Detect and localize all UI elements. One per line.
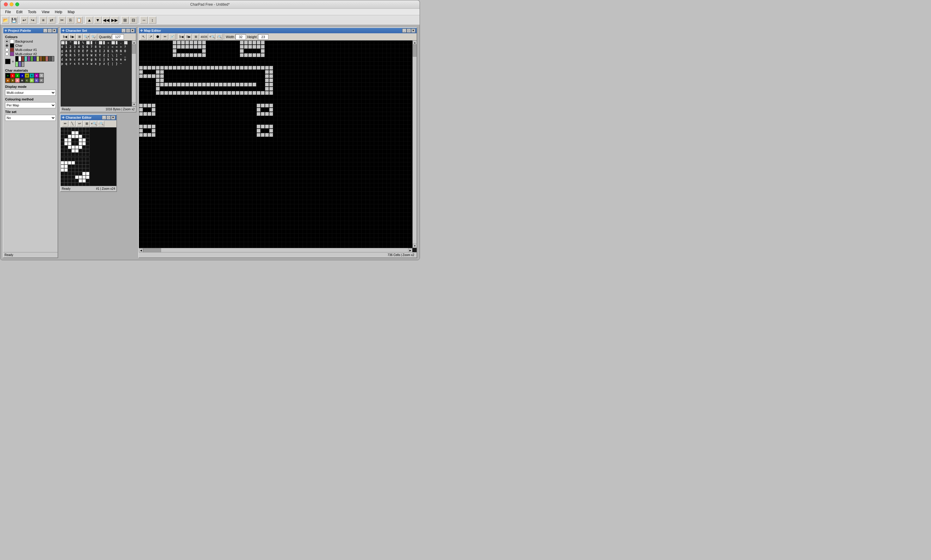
mat-cell[interactable]: 3 xyxy=(20,73,25,78)
scroll-thumb-v[interactable] xyxy=(132,45,136,54)
up-button[interactable]: ▲ xyxy=(85,17,93,24)
map-canvas[interactable] xyxy=(139,40,412,248)
map-draw-tool[interactable]: ✏ xyxy=(162,34,168,40)
ce-zoom-out-tool[interactable]: -🔍 xyxy=(98,121,104,127)
menu-edit[interactable]: Edit xyxy=(14,9,25,15)
char-editor-restore[interactable]: □ xyxy=(106,115,111,120)
menu-tools[interactable]: Tools xyxy=(26,9,39,15)
char-tool-zoom-in[interactable]: 🔍+ xyxy=(83,34,90,40)
map-b-left-tool[interactable]: b◀ xyxy=(178,34,185,40)
map-scroll-up[interactable]: ▲ xyxy=(413,40,417,45)
ce-pencil-tool[interactable]: ✏ xyxy=(62,121,68,127)
list-button[interactable]: ≡ xyxy=(39,17,47,24)
map-b-right-tool[interactable]: b▶ xyxy=(185,34,192,40)
mat-cell[interactable]: 9 xyxy=(10,78,15,83)
map-scroll-right[interactable]: ▶ xyxy=(408,248,412,252)
menu-map[interactable]: Map xyxy=(65,9,77,15)
palette-color-cell[interactable] xyxy=(51,56,54,62)
charset-scrollbar-v[interactable]: ▲ ▼ xyxy=(132,40,136,106)
mirror-v-button[interactable]: ↕ xyxy=(148,17,156,24)
menu-file[interactable]: File xyxy=(3,9,13,15)
ce-undo-tool[interactable]: ↩ xyxy=(76,121,83,127)
map-cursor-tool[interactable]: ↗ xyxy=(147,34,154,40)
grid-button[interactable]: ⊞ xyxy=(121,17,129,24)
char-tool-zoom-out[interactable]: 🔍- xyxy=(91,34,97,40)
palette-color-cell[interactable] xyxy=(27,56,30,62)
cut-button[interactable]: ✂ xyxy=(58,17,66,24)
close-button[interactable] xyxy=(4,2,8,6)
quantity-input[interactable] xyxy=(112,34,124,40)
mirror-h-button[interactable]: ↔ xyxy=(140,17,148,24)
menu-view[interactable]: View xyxy=(39,9,52,15)
char-tool-2[interactable]: b▶ xyxy=(69,34,76,40)
palette-color-cell[interactable] xyxy=(21,62,24,67)
mat-cell[interactable]: B xyxy=(20,78,25,83)
map-size-tool[interactable]: 40/25 xyxy=(200,34,208,40)
palette-color-cell[interactable] xyxy=(42,56,45,62)
width-input[interactable] xyxy=(236,34,246,40)
paste-button[interactable]: 📋 xyxy=(75,17,83,24)
multicolour2-radio[interactable] xyxy=(5,52,9,56)
char-editor-close[interactable]: ✕ xyxy=(111,115,115,120)
display-mode-select[interactable]: Single colour Multi-colour ECM xyxy=(5,90,56,95)
right-skip-button[interactable]: ▶▶ xyxy=(111,17,119,24)
multicolour1-radio[interactable] xyxy=(5,48,9,52)
char-editor-canvas[interactable] xyxy=(60,128,116,186)
map-scroll-thumb-v[interactable] xyxy=(413,45,417,57)
add-color-button[interactable]: + xyxy=(12,59,14,64)
minimize-button[interactable] xyxy=(9,2,14,6)
map-scroll-left[interactable]: ◀ xyxy=(139,248,143,252)
map-editor-minimize[interactable]: _ xyxy=(402,28,406,33)
map-editor-restore[interactable]: □ xyxy=(407,28,411,33)
save-button[interactable]: 💾 xyxy=(10,17,18,24)
mat-cell[interactable]: 2 xyxy=(15,73,20,78)
palette-color-cell[interactable] xyxy=(15,56,18,62)
mat-cell[interactable]: 8 xyxy=(5,78,10,83)
palette-color-cell[interactable] xyxy=(39,56,42,62)
char-editor-minimize[interactable]: _ xyxy=(102,115,106,120)
maximize-button[interactable] xyxy=(15,2,19,6)
close-panel-button[interactable]: ✕ xyxy=(52,28,56,33)
mat-cell[interactable]: 7 xyxy=(39,73,44,78)
map-scrollbar-h[interactable]: ◀ ▶ xyxy=(139,248,412,252)
scroll-up-arrow[interactable]: ▲ xyxy=(132,40,136,45)
menu-help[interactable]: Help xyxy=(52,9,65,15)
mat-cell[interactable]: C xyxy=(25,78,29,83)
left-skip-button[interactable]: ◀◀ xyxy=(102,17,110,24)
background-option[interactable]: Background xyxy=(5,39,56,43)
mat-cell[interactable]: F xyxy=(39,78,44,83)
tile-set-select[interactable]: No 2x2 3x3 4x4 xyxy=(5,115,56,121)
map-scrollbar-v[interactable]: ▲ ▼ xyxy=(412,40,417,248)
map-grid-tool[interactable]: ⊞ xyxy=(193,34,199,40)
palette-color-cell[interactable] xyxy=(36,56,39,62)
map-editor-close[interactable]: ✕ xyxy=(411,28,415,33)
colouring-method-select[interactable]: Per Map Per Tile Per Char xyxy=(5,102,56,108)
palette-color-cell[interactable] xyxy=(18,56,21,62)
map-zoom-in-tool[interactable]: +🔍 xyxy=(209,34,215,40)
char-set-close[interactable]: ✕ xyxy=(131,28,135,33)
palette-color-cell[interactable] xyxy=(18,62,21,67)
redo-button[interactable]: ↪ xyxy=(29,17,37,24)
map-zoom-out-tool[interactable]: -🔍 xyxy=(216,34,222,40)
map-scroll-thumb-h[interactable] xyxy=(143,248,161,252)
multicolour2-option[interactable]: Multi-colour #2 xyxy=(5,52,56,56)
char-tool-1[interactable]: b◀ xyxy=(62,34,68,40)
copy-button[interactable]: ⎘ xyxy=(66,17,74,24)
multicolour1-option[interactable]: Multi-colour #1 xyxy=(5,48,56,52)
scroll-down-arrow[interactable]: ▼ xyxy=(132,102,136,106)
mat-cell[interactable]: 6 xyxy=(34,73,39,78)
palette-color-cell[interactable] xyxy=(33,56,36,62)
minimize-panel-button[interactable]: _ xyxy=(43,28,48,33)
undo-button[interactable]: ↩ xyxy=(20,17,28,24)
mat-cell[interactable]: A xyxy=(15,78,20,83)
palette-color-cell[interactable] xyxy=(30,56,33,62)
mat-cell[interactable]: 5 xyxy=(29,73,34,78)
palette-color-cell[interactable] xyxy=(48,56,51,62)
char-set-minimize[interactable]: _ xyxy=(122,28,126,33)
ce-grid-tool[interactable]: ⊞ xyxy=(83,121,90,127)
ce-zoom-in-tool[interactable]: +🔍 xyxy=(91,121,97,127)
mat-cell[interactable]: 1 xyxy=(10,73,15,78)
height-input[interactable] xyxy=(258,34,268,40)
open-button[interactable]: 📂 xyxy=(2,17,9,24)
palette-color-cell[interactable] xyxy=(21,56,24,62)
